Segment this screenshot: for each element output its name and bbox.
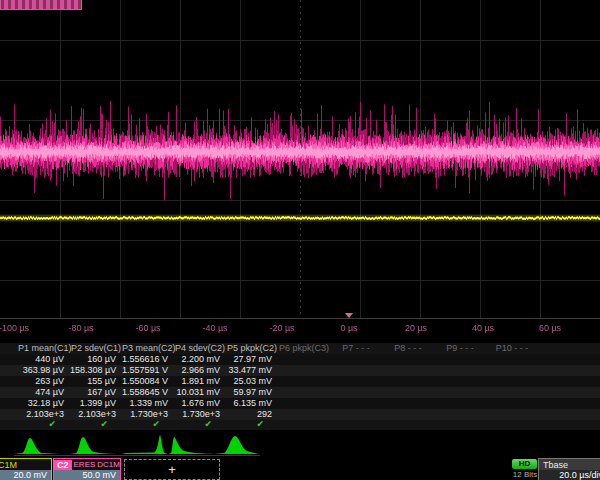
measure-table-row: ✔✔✔✔✔ (0, 420, 600, 430)
measure-status-check-icon: ✔ (174, 420, 226, 430)
measure-value: 1.550084 V (122, 376, 174, 387)
measure-value: 263 µV (18, 376, 70, 387)
c2-vertical-scale: 50.0 mV (54, 470, 120, 480)
measure-param-header[interactable]: P4 sdev(C2) (174, 343, 226, 354)
measure-value: 59.97 mV (226, 387, 278, 398)
p2-histicon[interactable] (70, 432, 116, 456)
measure-table-row: 363.98 µV158.308 µV1.557591 V2.966 mV33.… (0, 365, 600, 376)
measure-value: 1.399 µV (70, 398, 122, 409)
c1-vertical-scale: 20.0 mV (0, 470, 51, 480)
time-axis-tick: -100 µs (0, 323, 29, 333)
measure-param-header[interactable]: P8 - - - (382, 343, 434, 354)
measurement-histicons (0, 430, 600, 457)
p5-histicon[interactable] (214, 432, 260, 456)
measure-value: 1.557591 V (122, 365, 174, 376)
measure-param-header[interactable]: P5 pkpk(C2) (226, 343, 278, 354)
measure-value: 2.200 mV (174, 354, 226, 365)
time-axis-line (0, 318, 600, 319)
measure-value: 1.891 mV (174, 376, 226, 387)
measure-table-row: 440 µV160 µV1.556616 V2.200 mV27.97 mV (0, 354, 600, 365)
measure-value: 292 (226, 409, 278, 420)
time-axis-tick: 40 µs (472, 323, 494, 333)
measure-value: 32.18 µV (18, 398, 70, 409)
measure-table-row: 2.103e+32.103e+31.730e+31.730e+3292 (0, 409, 600, 420)
measure-value: 2.103e+3 (18, 409, 70, 420)
measure-value: 27.97 mV (226, 354, 278, 365)
measurement-table: P1 mean(C1)P2 sdev(C1)P3 mean(C2)P4 sdev… (0, 343, 600, 430)
time-axis-tick: -20 µs (269, 323, 294, 333)
p1-histicon[interactable] (14, 432, 60, 456)
timebase-scale: 20.0 µs/div (539, 470, 600, 480)
measure-value: 10.031 mV (174, 387, 226, 398)
measure-table-row: P1 mean(C1)P2 sdev(C1)P3 mean(C2)P4 sdev… (0, 343, 600, 354)
measure-value: 2.966 mV (174, 365, 226, 376)
measure-param-header[interactable]: P7 - - - (330, 343, 382, 354)
channel-c1-descriptor[interactable]: C1 DC1M 20.0 mV (0, 458, 52, 480)
time-axis-tick: 20 µs (405, 323, 427, 333)
measure-value: 1.676 mV (174, 398, 226, 409)
measure-value: 1.558645 V (122, 387, 174, 398)
time-axis-tick: -80 µs (68, 323, 93, 333)
measure-value: 1.339 mV (122, 398, 174, 409)
channel-c2-descriptor[interactable]: C2 ERES DC1M 50.0 mV (53, 458, 121, 480)
measure-value: 155 µV (70, 376, 122, 387)
hd-mode-badge[interactable]: HD (512, 459, 537, 469)
measure-status-check-icon: ✔ (70, 420, 122, 430)
measure-value: 2.103e+3 (70, 409, 122, 420)
waveform-display[interactable] (0, 0, 600, 320)
measure-value: 158.308 µV (70, 365, 122, 376)
time-axis: -100 µs-80 µs-60 µs-40 µs-20 µs0 µs20 µs… (0, 318, 600, 344)
measure-param-header[interactable]: P2 sdev(C1) (70, 343, 122, 354)
measure-value: 6.135 mV (226, 398, 278, 409)
timebase-label: Tbase (539, 459, 600, 470)
timebase-descriptor[interactable]: Tbase 20.0 µs/div (538, 458, 600, 480)
measure-value: 440 µV (18, 354, 70, 365)
add-trace-button[interactable]: + (124, 459, 220, 480)
measure-table-row: 32.18 µV1.399 µV1.339 mV1.676 mV6.135 mV (0, 398, 600, 409)
trigger-time-marker-icon[interactable] (345, 313, 353, 318)
measure-table-row: 474 µV167 µV1.558645 V10.031 mV59.97 mV (0, 387, 600, 398)
measure-value: 474 µV (18, 387, 70, 398)
measure-param-header[interactable]: P3 mean(C2) (122, 343, 174, 354)
measure-param-header[interactable]: P6 pkpk(C3) (278, 343, 330, 354)
measure-value: 160 µV (70, 354, 122, 365)
oscilloscope-screen: -100 µs-80 µs-60 µs-40 µs-20 µs0 µs20 µs… (0, 0, 600, 480)
time-axis-tick: -40 µs (202, 323, 227, 333)
p4-histicon[interactable] (168, 432, 214, 456)
time-axis-tick: 0 µs (340, 323, 357, 333)
measure-param-header[interactable]: P1 mean(C1) (18, 343, 70, 354)
c2-coupling: DC1M (97, 460, 120, 470)
measure-value: 25.03 mV (226, 376, 278, 387)
measure-value: 363.98 µV (18, 365, 70, 376)
time-axis-tick: 60 µs (539, 323, 561, 333)
c2-eres-badge: ERES (74, 460, 96, 470)
measure-value: 167 µV (70, 387, 122, 398)
measure-table-row: 263 µV155 µV1.550084 V1.891 mV25.03 mV (0, 376, 600, 387)
measure-value: 1.730e+3 (122, 409, 174, 420)
measure-status-check-icon: ✔ (18, 420, 70, 430)
measure-param-header[interactable]: P10 - - - (486, 343, 538, 354)
measure-status-check-icon: ✔ (122, 420, 174, 430)
p3-histicon[interactable] (122, 432, 168, 456)
measure-param-header[interactable]: P9 - - - (434, 343, 486, 354)
measure-value: 33.477 mV (226, 365, 278, 376)
c1-coupling: DC1M (0, 460, 17, 470)
measure-status-check-icon: ✔ (226, 420, 278, 430)
c2-label: C2 (54, 460, 72, 470)
time-axis-tick: -60 µs (135, 323, 160, 333)
measure-value: 1.556616 V (122, 354, 174, 365)
trace-annotation-badge (0, 0, 82, 10)
measure-value: 1.730e+3 (174, 409, 226, 420)
